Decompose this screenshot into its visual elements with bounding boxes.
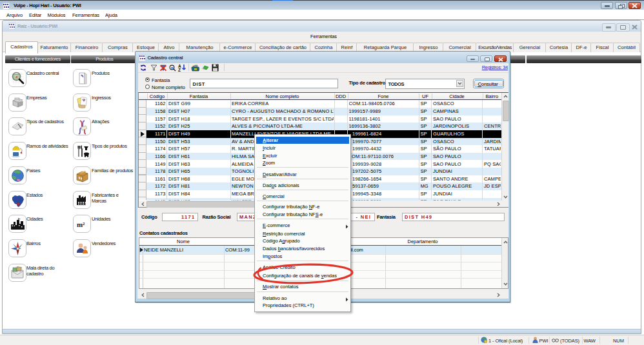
svg-text:Z: Z <box>178 68 181 72</box>
svg-text:m²: m² <box>77 221 85 228</box>
svg-text:n: n <box>171 66 174 70</box>
